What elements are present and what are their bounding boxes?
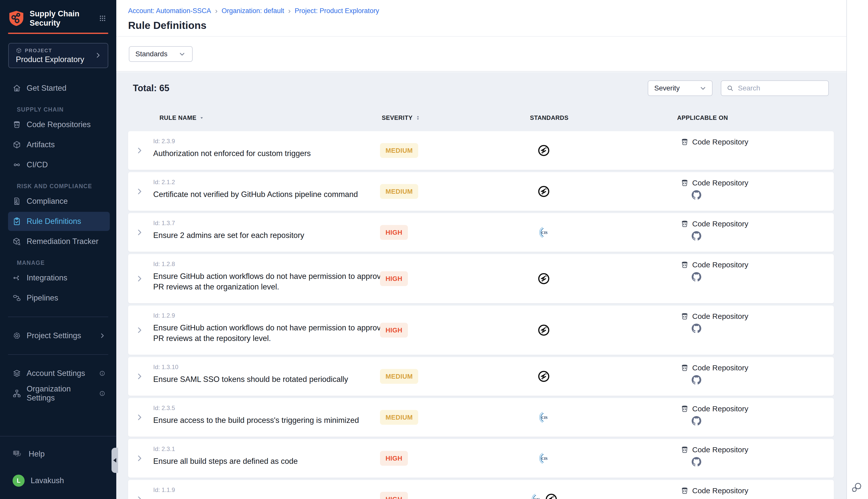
sidebar-footer: Help L Lavakush: [0, 436, 116, 499]
search-input[interactable]: [738, 84, 823, 92]
chat-bubbles-icon[interactable]: [851, 482, 864, 495]
rule-name: Ensure 2 admins are set for each reposit…: [153, 230, 394, 241]
cis-icon: [537, 452, 550, 465]
sidebar-item-artifacts[interactable]: Artifacts: [8, 135, 110, 154]
sidebar-item-code-repositories[interactable]: Code Repositories: [8, 115, 110, 134]
scrollbar-gutter[interactable]: [846, 0, 868, 499]
info-icon[interactable]: [99, 390, 105, 397]
expand-chevron-icon[interactable]: [136, 147, 143, 154]
sidebar-item-remediation-tracker[interactable]: Remediation Tracker: [8, 232, 110, 251]
table-row[interactable]: Id: 1.2.8 Ensure GitHub action workflows…: [128, 254, 834, 303]
app-switcher-grid-icon[interactable]: [99, 14, 106, 23]
sidebar-item-get-started[interactable]: Get Started: [8, 78, 110, 98]
applicable-on-label: Code Repository: [692, 446, 748, 454]
filter-bar: Standards: [116, 37, 846, 72]
chevron-right-icon: [95, 51, 101, 59]
breadcrumb-project-link[interactable]: Project: Product Exploratory: [295, 7, 379, 15]
owasp-icon: [545, 493, 558, 499]
sidebar-item-compliance[interactable]: Compliance: [8, 192, 110, 211]
github-icon: [692, 190, 701, 200]
sidebar-item-organization-settings[interactable]: Organization Settings: [8, 384, 110, 403]
rule-name: Ensure SAML SSO tokens should be rotated…: [153, 374, 394, 385]
sidebar-collapse-handle[interactable]: [112, 448, 118, 473]
applicable-on-label: Code Repository: [692, 220, 748, 228]
code-repository-icon: [681, 446, 689, 454]
sidebar-item-label: Project Settings: [27, 331, 81, 340]
breadcrumb-account-link[interactable]: Account: Automation-SSCA: [128, 7, 211, 15]
table-row[interactable]: Id: 1.3.10 Ensure SAML SSO tokens should…: [128, 357, 834, 396]
owasp-icon: [537, 370, 550, 383]
table-row[interactable]: Id: 2.3.1 Ensure all build steps are def…: [128, 439, 834, 478]
project-cube-icon: [16, 48, 22, 53]
project-selector[interactable]: PROJECT Product Exploratory: [8, 43, 108, 68]
expand-chevron-icon[interactable]: [136, 188, 143, 195]
table-row[interactable]: Id: 1.2.9 Ensure GitHub action workflows…: [128, 305, 834, 355]
sidebar-item-rule-definitions[interactable]: Rule Definitions: [8, 212, 110, 231]
nav-divider: [8, 317, 108, 317]
box-wrench-icon: [13, 237, 21, 246]
applicable-on-label: Code Repository: [692, 486, 748, 495]
code-repository-icon: [681, 364, 689, 372]
severity-badge: HIGH: [380, 492, 408, 499]
expand-chevron-icon[interactable]: [136, 454, 143, 462]
code-repository-icon: [681, 405, 689, 413]
page-title: Rule Definitions: [128, 20, 846, 32]
owasp-icon: [537, 272, 550, 285]
github-icon: [692, 231, 701, 241]
info-icon[interactable]: [99, 370, 105, 376]
rule-name: Certificate not verified by GitHub Actio…: [153, 189, 394, 200]
collapse-left-arrow-icon: [113, 458, 116, 463]
chevron-down-icon: [179, 51, 185, 57]
user-menu[interactable]: L Lavakush: [13, 472, 110, 490]
column-severity[interactable]: SEVERITY: [382, 114, 421, 121]
breadcrumb-organization-link[interactable]: Organization: default: [222, 7, 284, 15]
column-label: RULE NAME: [160, 114, 196, 121]
brand-title: Supply Chain Security: [30, 9, 99, 28]
sidebar-item-label: Rule Definitions: [27, 217, 81, 226]
page-header: Account: Automation-SSCA › Organization:…: [116, 0, 846, 37]
search-icon: [726, 84, 734, 92]
breadcrumb: Account: Automation-SSCA › Organization:…: [128, 7, 846, 15]
applicable-on-label: Code Repository: [692, 312, 748, 320]
expand-chevron-icon[interactable]: [136, 373, 143, 380]
expand-chevron-icon[interactable]: [136, 414, 143, 421]
table-row[interactable]: Id: 1.1.9 HIGH Code Repository: [128, 480, 834, 499]
severity-badge: HIGH: [380, 323, 408, 338]
expand-chevron-icon[interactable]: [136, 229, 143, 236]
column-rule-name[interactable]: RULE NAME: [160, 114, 204, 121]
table-toolbar: Total: 65 Severity: [116, 81, 846, 96]
owasp-icon: [537, 144, 550, 157]
clipboard-check-icon: [13, 217, 21, 226]
gear-icon: [13, 331, 21, 340]
help-button[interactable]: Help: [13, 445, 110, 463]
sidebar-item-integrations[interactable]: Integrations: [8, 268, 110, 288]
cis-icon: [537, 226, 550, 239]
sidebar-item-project-settings[interactable]: Project Settings: [8, 326, 110, 345]
rule-name: Ensure access to the build process's tri…: [153, 415, 394, 426]
infinity-icon: [13, 160, 21, 169]
table-row[interactable]: Id: 1.3.7 Ensure 2 admins are set for ea…: [128, 213, 834, 252]
home-icon: [13, 84, 21, 93]
github-icon: [692, 457, 701, 466]
applicable-on-label: Code Repository: [692, 364, 748, 372]
sort-descending-icon[interactable]: [199, 115, 204, 121]
standards-dropdown[interactable]: Standards: [129, 46, 193, 62]
severity-filter-dropdown[interactable]: Severity: [648, 81, 712, 96]
integrations-branch-icon: [13, 273, 21, 282]
table-row[interactable]: Id: 2.1.2 Certificate not verified by Gi…: [128, 172, 834, 211]
github-icon: [692, 324, 701, 333]
sidebar-item-label: Organization Settings: [27, 385, 99, 402]
sidebar-item-account-settings[interactable]: Account Settings: [8, 364, 110, 383]
sidebar-item-pipelines[interactable]: Pipelines: [8, 289, 110, 307]
table-row[interactable]: Id: 2.3.9 Authorization not enforced for…: [128, 131, 834, 170]
sidebar-item-cicd[interactable]: CI/CD: [8, 155, 110, 174]
column-standards: STANDARDS: [530, 114, 568, 121]
help-label: Help: [29, 450, 45, 459]
supply-chain-security-logo-icon: [8, 10, 25, 27]
sort-both-icon[interactable]: [415, 115, 421, 121]
expand-chevron-icon[interactable]: [136, 326, 143, 334]
table-row[interactable]: Id: 2.3.5 Ensure access to the build pro…: [128, 398, 834, 437]
sidebar-item-label: Pipelines: [27, 293, 58, 303]
expand-chevron-icon[interactable]: [136, 275, 143, 282]
expand-chevron-icon[interactable]: [136, 496, 143, 499]
